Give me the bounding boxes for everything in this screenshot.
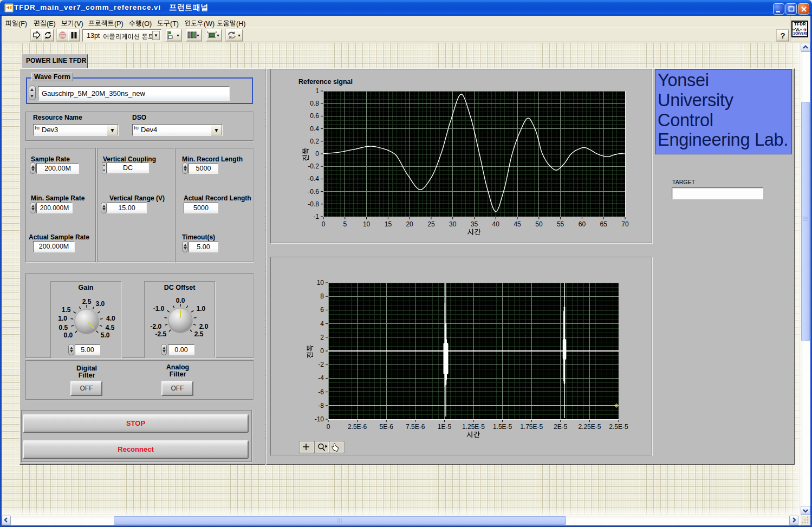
svg-text:70: 70: [621, 220, 629, 228]
svg-text:1.25E-5: 1.25E-5: [462, 423, 485, 431]
svg-text:7.5E-6: 7.5E-6: [406, 423, 425, 431]
svg-text:-0.8: -0.8: [308, 200, 319, 208]
svg-text:1E-5: 1E-5: [438, 423, 452, 431]
svg-text:-2: -2: [318, 361, 324, 368]
svg-text:1.75E-5: 1.75E-5: [520, 423, 543, 431]
svg-text:35: 35: [471, 220, 478, 228]
svg-text:6: 6: [320, 306, 324, 314]
svg-text:10: 10: [317, 279, 324, 287]
svg-text:0.0: 0.0: [176, 297, 185, 304]
svg-text:2.0: 2.0: [199, 323, 209, 330]
svg-text:1.0: 1.0: [197, 305, 206, 313]
svg-text:1: 1: [315, 87, 319, 95]
svg-text:25: 25: [427, 220, 435, 228]
svg-text:2E-5: 2E-5: [554, 423, 568, 431]
svg-text:10: 10: [363, 220, 371, 228]
svg-text:-10: -10: [315, 415, 324, 423]
svg-text:20: 20: [406, 220, 413, 228]
svg-text:65: 65: [600, 220, 608, 228]
svg-text:5E-6: 5E-6: [380, 423, 394, 431]
svg-text:40: 40: [492, 220, 500, 228]
svg-text:-2.0: -2.0: [151, 323, 162, 330]
svg-text:1.0: 1.0: [58, 315, 67, 322]
svg-text:0: 0: [320, 347, 324, 355]
svg-text:4.0: 4.0: [106, 315, 115, 322]
svg-text:0.2: 0.2: [310, 138, 319, 145]
svg-text:2.25E-5: 2.25E-5: [578, 423, 601, 431]
svg-text:-2.5: -2.5: [155, 330, 167, 338]
svg-text:8: 8: [320, 292, 324, 300]
svg-text:2.5: 2.5: [194, 330, 204, 338]
svg-text:-1.0: -1.0: [153, 305, 165, 313]
svg-text:0.0: 0.0: [64, 331, 73, 339]
svg-text:1.5: 1.5: [62, 306, 71, 314]
svg-text:1.5E-5: 1.5E-5: [493, 423, 512, 431]
svg-text:45: 45: [514, 220, 521, 228]
svg-text:2: 2: [320, 334, 324, 341]
svg-text:2.5E-5: 2.5E-5: [609, 423, 628, 431]
svg-text:-1: -1: [313, 213, 319, 220]
svg-text:0: 0: [322, 220, 326, 228]
svg-text:3.0: 3.0: [96, 300, 105, 308]
svg-text:55: 55: [557, 220, 564, 228]
svg-text:0.4: 0.4: [310, 125, 319, 133]
svg-text:-0.2: -0.2: [308, 162, 319, 170]
svg-text:4.5: 4.5: [106, 324, 115, 331]
svg-text:15: 15: [385, 220, 392, 228]
svg-text:-0.6: -0.6: [308, 188, 319, 196]
svg-text:30: 30: [449, 220, 457, 228]
svg-text:5.0: 5.0: [101, 331, 110, 339]
svg-text:2.5: 2.5: [82, 298, 92, 305]
svg-text:-4: -4: [318, 374, 324, 382]
svg-text:0: 0: [327, 423, 330, 431]
svg-text:0.5: 0.5: [59, 324, 68, 331]
svg-text:50: 50: [535, 220, 543, 228]
svg-text:60: 60: [579, 220, 586, 228]
svg-text:2.5E-6: 2.5E-6: [348, 423, 367, 431]
svg-text:-0.4: -0.4: [308, 175, 319, 183]
svg-text:-8: -8: [318, 402, 324, 409]
svg-text:0.6: 0.6: [310, 112, 319, 120]
svg-text:5: 5: [343, 220, 347, 228]
svg-text:0: 0: [315, 150, 319, 158]
svg-text:-6: -6: [318, 388, 324, 396]
svg-text:4: 4: [320, 320, 324, 328]
svg-text:0.8: 0.8: [310, 100, 319, 107]
